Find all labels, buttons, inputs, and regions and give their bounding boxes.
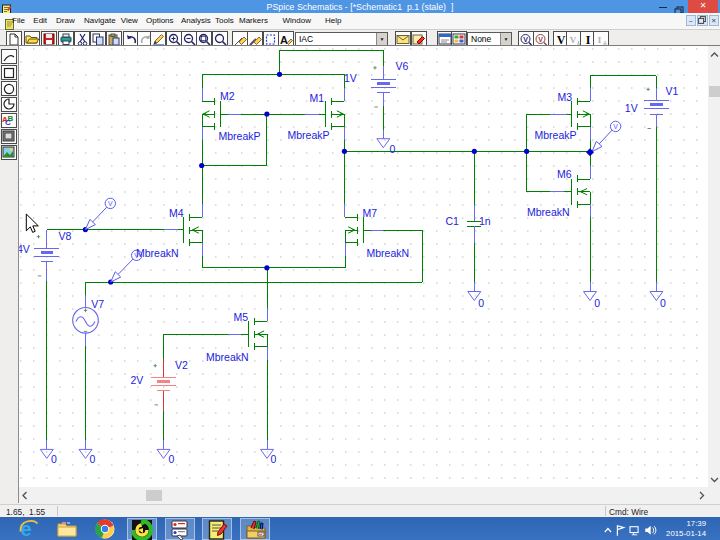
svg-text:A: A [280,34,288,46]
svg-text:0: 0 [90,453,96,465]
svg-text:V: V [570,35,577,45]
svg-text:4V: 4V [19,243,30,255]
svg-text:0: 0 [478,297,484,309]
svg-text:0: 0 [169,453,175,465]
svg-text:2V: 2V [131,374,144,386]
svg-text:V: V [108,200,113,207]
svg-text:V2: V2 [175,359,188,371]
svg-text:I: I [598,35,602,45]
svg-text:1V: 1V [625,102,638,114]
svg-text:C: C [5,118,11,126]
svg-text:0: 0 [271,453,277,465]
svg-text:MbreakN: MbreakN [206,351,249,363]
svg-text:0: 0 [594,297,600,309]
svg-text:M4: M4 [169,207,184,219]
svg-text:M6: M6 [557,168,572,180]
svg-text:MbreakP: MbreakP [219,130,261,142]
svg-text:MbreakN: MbreakN [136,247,179,259]
svg-text:V7: V7 [91,298,104,310]
svg-text:C1: C1 [446,215,460,227]
svg-text:MbreakN: MbreakN [527,206,570,218]
svg-text:MbreakN: MbreakN [367,247,410,259]
svg-text:0: 0 [660,297,666,309]
svg-text:M7: M7 [363,207,378,219]
svg-text:V1: V1 [666,85,679,97]
svg-text:MbreakP: MbreakP [535,129,577,141]
svg-text:MbreakP: MbreakP [288,129,330,141]
svg-text:V8: V8 [59,230,72,242]
svg-text:M1: M1 [310,92,325,104]
svg-text:1V: 1V [344,72,357,84]
svg-text:I: I [586,33,591,46]
svg-text:V: V [538,35,543,42]
svg-text:0: 0 [390,143,396,155]
svg-text:1n: 1n [479,215,491,227]
svg-text:V: V [524,35,529,42]
svg-text:0: 0 [51,453,57,465]
svg-text:M2: M2 [220,90,235,102]
svg-text:M3: M3 [558,91,573,103]
svg-text:M5: M5 [234,311,249,323]
svg-text:V6: V6 [396,60,409,72]
svg-text:V: V [556,33,565,46]
svg-text:V: V [613,123,618,130]
